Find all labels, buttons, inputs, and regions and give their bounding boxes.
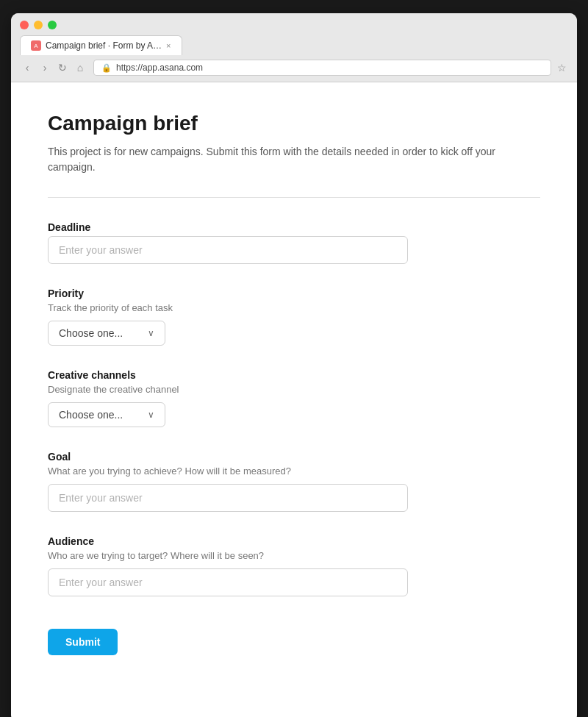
goal-description: What are you trying to achieve? How will… bbox=[48, 465, 540, 477]
browser-chrome: A Campaign brief · Form by A… × ‹ › ↻ ⌂ … bbox=[11, 13, 577, 82]
maximize-button[interactable] bbox=[48, 21, 57, 29]
section-divider bbox=[48, 197, 540, 198]
page-title: Campaign brief bbox=[48, 112, 540, 135]
priority-label: Priority bbox=[48, 288, 540, 299]
back-button[interactable]: ‹ bbox=[20, 62, 35, 74]
deadline-label: Deadline bbox=[48, 221, 540, 233]
lock-icon: 🔒 bbox=[101, 63, 112, 73]
goal-label: Goal bbox=[48, 451, 540, 463]
traffic-lights bbox=[20, 21, 568, 29]
chevron-down-icon-2: ∨ bbox=[148, 410, 154, 420]
priority-dropdown-value: Choose one... bbox=[59, 327, 123, 339]
audience-label: Audience bbox=[48, 535, 540, 547]
tab-close-button[interactable]: × bbox=[166, 41, 171, 50]
close-button[interactable] bbox=[20, 21, 29, 29]
address-bar-row: ‹ › ↻ ⌂ 🔒 https://app.asana.com ☆ bbox=[20, 55, 568, 82]
deadline-section: Deadline bbox=[48, 221, 540, 264]
goal-section: Goal What are you trying to achieve? How… bbox=[48, 451, 540, 512]
priority-dropdown[interactable]: Choose one... ∨ bbox=[48, 321, 165, 346]
address-bar[interactable]: 🔒 https://app.asana.com bbox=[93, 60, 551, 76]
priority-description: Track the priority of each task bbox=[48, 302, 540, 313]
creative-channels-label: Creative channels bbox=[48, 369, 540, 381]
creative-channels-section: Creative channels Designate the creative… bbox=[48, 369, 540, 427]
chevron-down-icon: ∨ bbox=[148, 328, 154, 338]
creative-channels-description: Designate the creative channel bbox=[48, 384, 540, 395]
tab-favicon: A bbox=[31, 40, 41, 51]
deadline-input[interactable] bbox=[48, 236, 408, 264]
tab-title: Campaign brief · Form by A… bbox=[46, 40, 162, 51]
nav-buttons: ‹ › ↻ ⌂ bbox=[20, 62, 87, 74]
reload-button[interactable]: ↻ bbox=[55, 62, 70, 74]
audience-description: Who are we trying to target? Where will … bbox=[48, 550, 540, 561]
bookmark-icon[interactable]: ☆ bbox=[557, 62, 567, 74]
audience-section: Audience Who are we trying to target? Wh… bbox=[48, 535, 540, 596]
priority-section: Priority Track the priority of each task… bbox=[48, 288, 540, 346]
minimize-button[interactable] bbox=[34, 21, 43, 29]
audience-input[interactable] bbox=[48, 568, 408, 596]
creative-channels-dropdown[interactable]: Choose one... ∨ bbox=[48, 402, 165, 427]
url-text: https://app.asana.com bbox=[116, 63, 203, 73]
home-button[interactable]: ⌂ bbox=[73, 62, 87, 74]
browser-tab[interactable]: A Campaign brief · Form by A… × bbox=[20, 35, 182, 55]
page-description: This project is for new campaigns. Submi… bbox=[48, 144, 540, 175]
page-content: Campaign brief This project is for new c… bbox=[11, 82, 577, 717]
creative-channels-dropdown-value: Choose one... bbox=[59, 409, 123, 421]
goal-input[interactable] bbox=[48, 484, 408, 512]
browser-window: A Campaign brief · Form by A… × ‹ › ↻ ⌂ … bbox=[11, 13, 577, 717]
submit-button[interactable]: Submit bbox=[48, 629, 118, 655]
tab-bar: A Campaign brief · Form by A… × bbox=[20, 35, 568, 55]
forward-button[interactable]: › bbox=[37, 62, 52, 74]
